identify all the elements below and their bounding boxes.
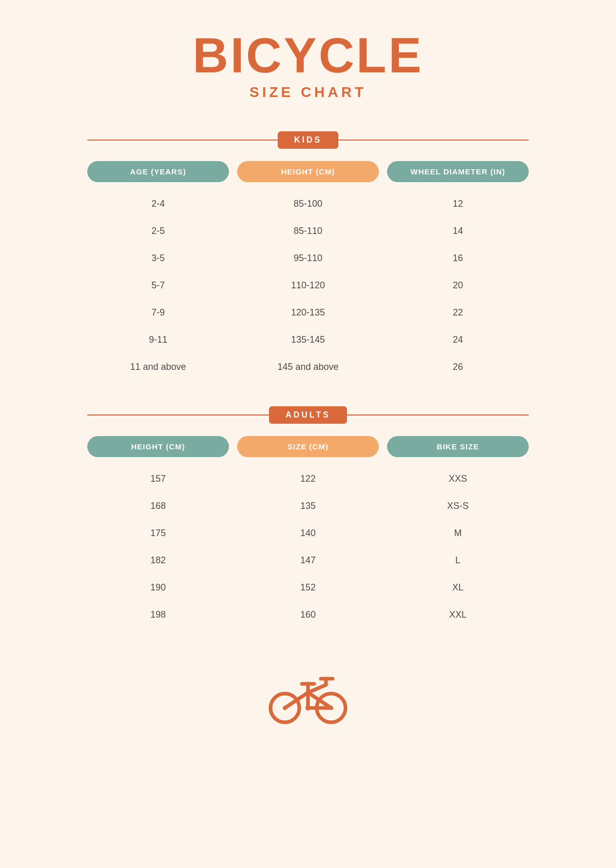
table-cell: 2-4 xyxy=(87,195,229,212)
adults-section: ADULTS HEIGHT (cm) SIZE (cm) BIKE SIZE 1… xyxy=(87,406,529,628)
kids-table: AGE (years) HEIGHT (cm) WHEEL DIAMETER (… xyxy=(87,161,529,381)
table-cell: XXS xyxy=(387,470,529,487)
table-cell: M xyxy=(387,525,529,542)
table-cell: 182 xyxy=(87,552,229,569)
table-cell: 168 xyxy=(87,498,229,515)
page: BICYCLE SIZE CHART KIDS AGE (years) HEIG… xyxy=(87,31,529,738)
kids-header-wheel: WHEEL DIAMETER (in) xyxy=(387,161,529,182)
table-row: 7-9120-13522 xyxy=(87,299,529,326)
table-cell: 120-135 xyxy=(237,304,379,321)
table-row: 9-11135-14524 xyxy=(87,326,529,353)
table-row: 182147L xyxy=(87,547,529,574)
table-cell: 12 xyxy=(387,195,529,212)
kids-header-line-right xyxy=(338,140,529,141)
adults-header-bike-size: BIKE SIZE xyxy=(387,436,529,457)
bicycle-svg xyxy=(267,664,349,726)
kids-section: KIDS AGE (years) HEIGHT (cm) WHEEL DIAME… xyxy=(87,131,529,381)
adults-badge: ADULTS xyxy=(269,406,347,424)
kids-header-height: HEIGHT (cm) xyxy=(237,161,379,182)
table-row: 5-7110-12020 xyxy=(87,272,529,299)
table-cell: 3-5 xyxy=(87,250,229,267)
table-cell: 24 xyxy=(387,331,529,348)
svg-point-12 xyxy=(329,706,333,710)
table-cell: 135 xyxy=(237,498,379,515)
table-cell: 135-145 xyxy=(237,331,379,348)
table-cell: 2-5 xyxy=(87,223,229,240)
table-cell: 160 xyxy=(237,606,379,623)
bicycle-icon xyxy=(267,664,349,728)
table-cell: 5-7 xyxy=(87,277,229,294)
table-cell: 140 xyxy=(237,525,379,542)
table-row: 11 and above145 and above26 xyxy=(87,353,529,381)
table-cell: 190 xyxy=(87,579,229,596)
table-cell: 145 and above xyxy=(237,359,379,376)
kids-section-header: KIDS xyxy=(87,131,529,149)
table-cell: 95-110 xyxy=(237,250,379,267)
table-cell: XXL xyxy=(387,606,529,623)
table-cell: 7-9 xyxy=(87,304,229,321)
kids-table-headers: AGE (years) HEIGHT (cm) WHEEL DIAMETER (… xyxy=(87,161,529,182)
table-row: 2-485-10012 xyxy=(87,190,529,218)
adults-header-line-right xyxy=(347,415,529,416)
kids-badge: KIDS xyxy=(278,131,338,149)
table-row: 175140M xyxy=(87,520,529,547)
table-cell: 147 xyxy=(237,552,379,569)
table-cell: 11 and above xyxy=(87,359,229,376)
table-row: 198160XXL xyxy=(87,601,529,628)
table-cell: 20 xyxy=(387,277,529,294)
kids-header-line-left xyxy=(87,140,278,141)
adults-header-height: HEIGHT (cm) xyxy=(87,436,229,457)
table-cell: 16 xyxy=(387,250,529,267)
table-cell: 9-11 xyxy=(87,331,229,348)
table-cell: 157 xyxy=(87,470,229,487)
table-cell: L xyxy=(387,552,529,569)
kids-table-rows: 2-485-100122-585-110143-595-110165-7110-… xyxy=(87,190,529,381)
adults-header-size: SIZE (cm) xyxy=(237,436,379,457)
adults-section-header: ADULTS xyxy=(87,406,529,424)
kids-header-age: AGE (years) xyxy=(87,161,229,182)
table-cell: 85-100 xyxy=(237,195,379,212)
table-cell: 198 xyxy=(87,606,229,623)
svg-point-11 xyxy=(283,706,287,710)
table-cell: 122 xyxy=(237,470,379,487)
table-cell: 175 xyxy=(87,525,229,542)
table-cell: XS-S xyxy=(387,498,529,515)
adults-table-headers: HEIGHT (cm) SIZE (cm) BIKE SIZE xyxy=(87,436,529,457)
table-cell: 152 xyxy=(237,579,379,596)
page-title: BICYCLE xyxy=(192,31,423,80)
table-row: 168135XS-S xyxy=(87,492,529,520)
table-row: 2-585-11014 xyxy=(87,218,529,245)
adults-table-rows: 157122XXS168135XS-S175140M182147L190152X… xyxy=(87,465,529,628)
svg-line-6 xyxy=(308,685,326,693)
table-row: 190152XL xyxy=(87,574,529,601)
table-cell: XL xyxy=(387,579,529,596)
adults-header-line-left xyxy=(87,415,269,416)
table-cell: 85-110 xyxy=(237,223,379,240)
table-row: 3-595-11016 xyxy=(87,245,529,272)
page-subtitle: SIZE CHART xyxy=(249,84,367,101)
table-cell: 22 xyxy=(387,304,529,321)
table-cell: 26 xyxy=(387,359,529,376)
table-cell: 110-120 xyxy=(237,277,379,294)
svg-point-13 xyxy=(305,705,311,711)
table-cell: 14 xyxy=(387,223,529,240)
adults-table: HEIGHT (cm) SIZE (cm) BIKE SIZE 157122XX… xyxy=(87,436,529,628)
table-row: 157122XXS xyxy=(87,465,529,492)
